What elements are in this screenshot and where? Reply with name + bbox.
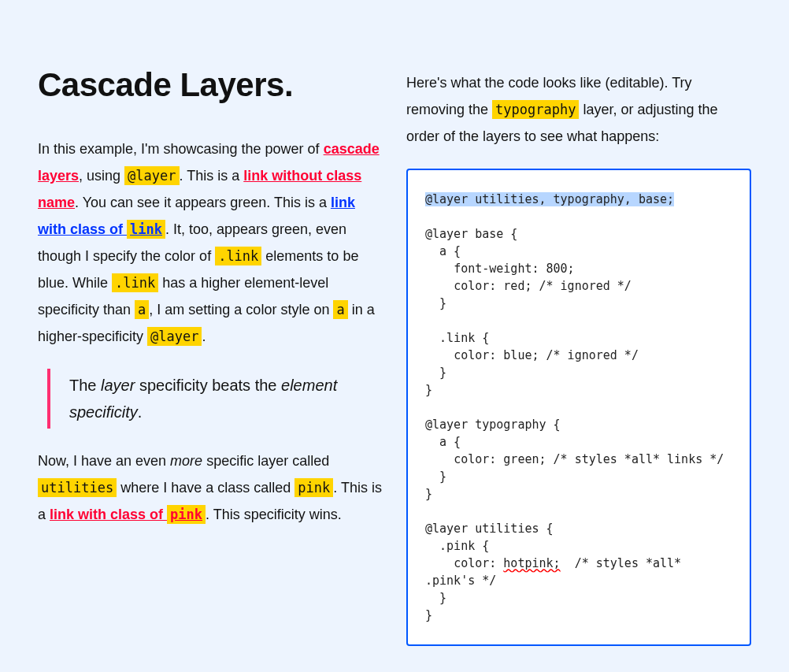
code-typography: typography — [492, 100, 579, 119]
text: where I have a class called — [117, 480, 294, 496]
text: The — [69, 377, 101, 394]
paragraph-1: In this example, I'm showcasing the powe… — [38, 136, 384, 350]
text: . — [138, 403, 143, 421]
text: , using — [79, 168, 124, 184]
editor-selection: @layer utilities, typography, base; — [425, 192, 674, 206]
code-link-in-anchor: link — [127, 220, 165, 239]
blockquote: The layer specificity beats the element … — [47, 369, 384, 429]
code-dot-link: .link — [112, 273, 158, 292]
code-editor[interactable]: @layer utilities, typography, base; @lay… — [406, 169, 751, 646]
em-more: more — [170, 453, 202, 469]
article-column: Cascade Layers. In this example, I'm sho… — [38, 38, 384, 646]
editor-column: Here's what the code looks like (editabl… — [406, 38, 751, 646]
editor-intro: Here's what the code looks like (editabl… — [406, 69, 751, 150]
code-layer: @layer — [147, 327, 202, 346]
text: specific layer called — [202, 453, 329, 469]
page-title: Cascade Layers. — [38, 66, 384, 104]
page-layout: Cascade Layers. In this example, I'm sho… — [0, 0, 789, 646]
text: . — [202, 329, 206, 344]
em-layer: layer — [101, 377, 135, 394]
text: , I am setting a color style on — [149, 302, 333, 317]
spellcheck-squiggle: hotpink; — [503, 556, 560, 570]
code-a: a — [333, 300, 347, 319]
code-dot-link: .link — [215, 247, 261, 265]
code-pink: pink — [294, 478, 333, 497]
text: specificity beats the — [135, 377, 281, 394]
paragraph-2: Now, I have an even more specific layer … — [38, 447, 384, 528]
text: Now, I have an even — [38, 453, 170, 469]
text: link with class of — [50, 507, 167, 522]
text: . This specificity wins. — [206, 507, 342, 522]
code-a: a — [135, 300, 149, 319]
code-layer: @layer — [124, 166, 179, 185]
text: . This is a — [180, 168, 244, 184]
code-utilities: utilities — [38, 478, 117, 497]
text: In this example, I'm showcasing the powe… — [38, 141, 324, 157]
text: . You can see it appears green. This is … — [75, 195, 331, 210]
text: @layer base { a { font-weight: 800; colo… — [425, 227, 724, 570]
code-pink-in-anchor: pink — [167, 505, 206, 524]
link-with-class-pink[interactable]: link with class of pink — [50, 505, 206, 524]
